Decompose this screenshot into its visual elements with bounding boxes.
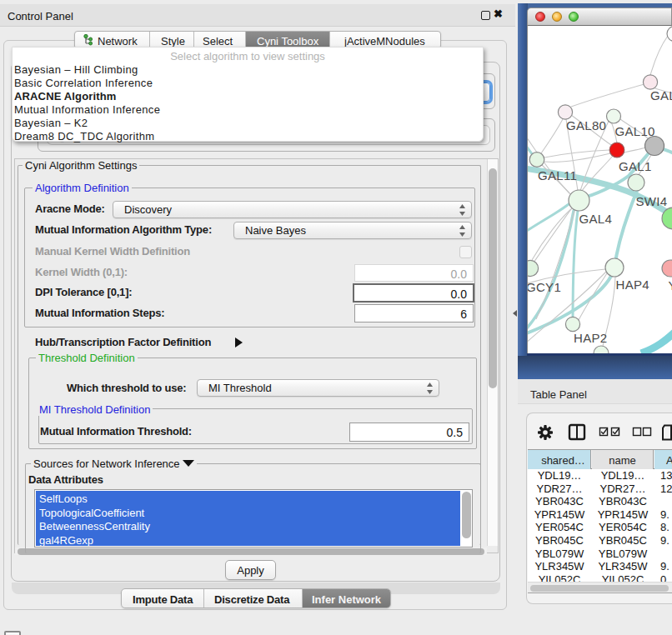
svg-text:GAL10: GAL10 [615, 124, 655, 138]
svg-text:GAL11: GAL11 [538, 168, 577, 182]
svg-text:GAL80: GAL80 [566, 118, 606, 132]
svg-text:GAL7: GAL7 [650, 88, 672, 102]
svg-text:GCY1: GCY1 [528, 280, 561, 294]
svg-text:GAL4: GAL4 [579, 212, 613, 226]
svg-text:GAL1: GAL1 [619, 159, 652, 173]
svg-text:YJ: YJ [669, 278, 672, 292]
svg-text:HAP2: HAP2 [574, 331, 607, 345]
svg-text:SWI4: SWI4 [636, 194, 668, 208]
svg-text:HAP4: HAP4 [616, 278, 649, 292]
